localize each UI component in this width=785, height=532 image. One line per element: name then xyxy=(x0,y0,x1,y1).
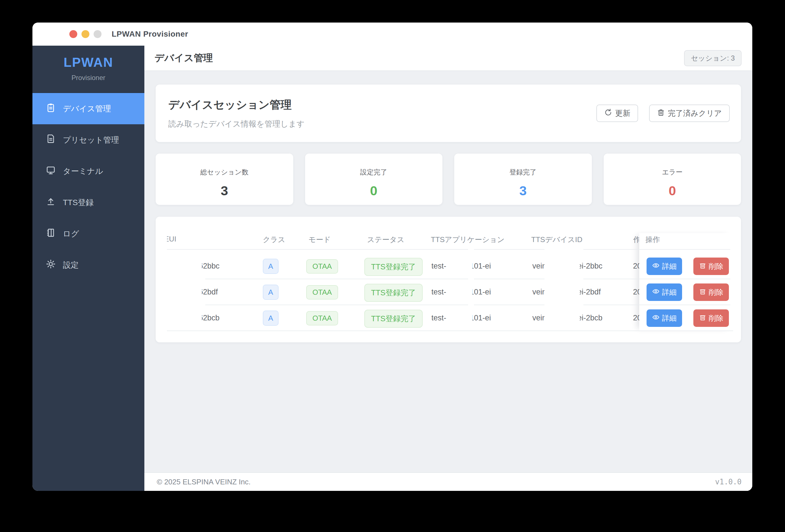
page-title: デバイス管理 xyxy=(154,52,213,64)
stat-label: 登録完了 xyxy=(454,168,592,177)
stat-label: 設定完了 xyxy=(305,168,443,177)
traffic-lights xyxy=(69,30,102,38)
sidebar-item-settings[interactable]: 設定 xyxy=(32,249,144,281)
sidebar-logo: LPWAN Provisioner xyxy=(32,46,144,93)
trash-icon xyxy=(657,108,665,118)
tts-device-id-cell-tail: ei-2bdf xyxy=(580,288,606,296)
column-header-actions: 操作 xyxy=(645,235,660,245)
eye-icon xyxy=(652,314,660,323)
journal-icon xyxy=(46,228,55,240)
delete-label: 削除 xyxy=(709,262,724,271)
app-window: LPWAN Provisioner LPWAN Provisioner デバイス… xyxy=(32,23,752,491)
tts-application-cell-tail: 101-ei xyxy=(472,314,498,322)
trash-icon xyxy=(699,314,706,323)
trash-icon xyxy=(699,288,706,297)
refresh-button[interactable]: 更新 xyxy=(597,105,638,122)
detail-button[interactable]: 詳細 xyxy=(647,284,682,301)
tts-device-id-cell-tail: ei-2bcb xyxy=(580,314,606,322)
delete-label: 削除 xyxy=(709,313,724,323)
sidebar-item-label: TTS登録 xyxy=(63,197,94,208)
eye-icon xyxy=(652,262,660,271)
tts-application-cell: test- xyxy=(431,262,446,270)
sidebar-item-device-management[interactable]: デバイス管理 xyxy=(32,93,144,124)
eui-cell: 62bbc xyxy=(202,262,226,270)
refresh-label: 更新 xyxy=(615,108,630,118)
divider xyxy=(583,249,730,250)
tts-application-cell: test- xyxy=(431,314,446,322)
sidebar-item-preset-management[interactable]: プリセット管理 xyxy=(32,124,144,156)
page-header: デバイス管理 セッション: 3 xyxy=(144,46,752,71)
status-badge: TTS登録完了 xyxy=(364,284,423,302)
monitor-icon xyxy=(46,165,55,177)
window-title: LPWAN Provisioner xyxy=(112,30,188,38)
sidebar-item-label: デバイス管理 xyxy=(63,103,111,114)
logo-text: LPWAN xyxy=(32,55,144,70)
card-title: デバイスセッション管理 xyxy=(168,97,305,112)
detail-button[interactable]: 詳細 xyxy=(647,258,682,275)
sidebar-item-label: 設定 xyxy=(63,260,79,270)
detail-button[interactable]: 詳細 xyxy=(647,310,682,327)
stats-row: 総セッション数 3 設定完了 0 登録完了 3 エラー 0 xyxy=(156,154,741,205)
column-header-class: クラス xyxy=(263,235,285,245)
stat-card-total-sessions: 総セッション数 3 xyxy=(156,154,293,205)
eui-cell: 62bcb xyxy=(202,314,226,322)
class-badge: A xyxy=(263,311,279,326)
sidebar-item-tts-register[interactable]: TTS登録 xyxy=(32,187,144,218)
clear-label: 完了済みクリア xyxy=(668,108,722,118)
zoom-window-button xyxy=(94,30,102,38)
stat-card-config-complete: 設定完了 0 xyxy=(305,154,443,205)
class-badge: A xyxy=(263,259,279,274)
divider xyxy=(474,249,545,250)
delete-button[interactable]: 削除 xyxy=(693,310,729,327)
column-header-tts-application: TTSアプリケーション xyxy=(431,235,504,245)
device-sessions-table: EUI クラス モード ステータス TTSアプリケーション TTSデバイスID … xyxy=(156,217,741,342)
delete-button[interactable]: 削除 xyxy=(693,284,729,301)
mode-badge: OTAA xyxy=(306,259,338,274)
class-badge: A xyxy=(263,285,279,300)
detail-label: 詳細 xyxy=(662,262,677,271)
logo-subtitle: Provisioner xyxy=(32,74,144,82)
refresh-icon xyxy=(604,108,612,118)
sidebar: LPWAN Provisioner デバイス管理 プリセット管理 ターミナル xyxy=(32,46,144,491)
copyright-text: © 2025 ELSPINA VEINZ Inc. xyxy=(157,478,251,486)
stat-value: 3 xyxy=(454,183,592,198)
tts-device-id-cell-tail: ei-2bbc xyxy=(580,262,606,270)
column-header-eui: EUI xyxy=(167,235,184,243)
minimize-window-button[interactable] xyxy=(81,30,90,38)
divider xyxy=(583,279,730,279)
tts-device-id-cell: veinz xyxy=(532,314,545,322)
column-header-status: ステータス xyxy=(367,235,404,245)
column-header-mode: モード xyxy=(308,235,331,245)
main-area: デバイス管理 セッション: 3 デバイスセッション管理 読み取ったデバイス情報を… xyxy=(144,46,752,491)
divider xyxy=(474,279,545,279)
divider xyxy=(583,304,730,305)
eui-cell: 62bdf xyxy=(202,288,226,296)
stat-value: 0 xyxy=(604,183,741,198)
tts-device-id-cell: veinz xyxy=(532,262,545,270)
stat-card-registered: 登録完了 3 xyxy=(454,154,592,205)
stat-label: 総セッション数 xyxy=(156,168,293,177)
delete-label: 削除 xyxy=(709,287,724,297)
divider xyxy=(205,304,468,305)
tts-device-id-cell: veinz xyxy=(532,288,545,296)
delete-button[interactable]: 削除 xyxy=(693,258,729,275)
tts-application-cell-tail: 101-ei xyxy=(472,262,498,270)
stat-label: エラー xyxy=(604,168,741,177)
divider xyxy=(167,249,468,250)
close-window-button[interactable] xyxy=(69,30,77,38)
clear-completed-button[interactable]: 完了済みクリア xyxy=(649,105,730,122)
eye-icon xyxy=(652,288,660,297)
sidebar-item-terminal[interactable]: ターミナル xyxy=(32,156,144,187)
detail-label: 詳細 xyxy=(662,313,677,323)
detail-label: 詳細 xyxy=(662,287,677,297)
sidebar-menu: デバイス管理 プリセット管理 ターミナル TTS登録 xyxy=(32,93,144,281)
sidebar-item-label: ログ xyxy=(63,229,79,239)
sidebar-item-label: プリセット管理 xyxy=(63,135,119,145)
sidebar-item-log[interactable]: ログ xyxy=(32,218,144,249)
tts-application-cell-tail: 101-ei xyxy=(472,288,498,296)
footer: © 2025 ELSPINA VEINZ Inc. v1.0.0 xyxy=(144,472,752,491)
version-text: v1.0.0 xyxy=(715,478,741,486)
sidebar-item-label: ターミナル xyxy=(63,166,103,177)
divider xyxy=(205,279,468,279)
divider xyxy=(474,304,545,305)
